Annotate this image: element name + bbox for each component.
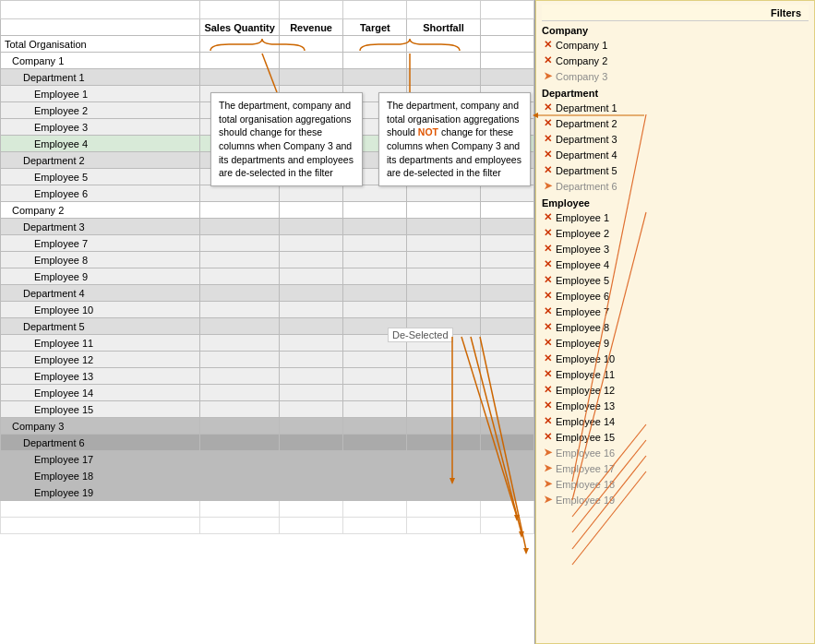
row-label: Company 1 — [1, 53, 200, 69]
remove-dept-2-icon[interactable]: ✕ — [544, 117, 552, 129]
remove-dept-4-icon[interactable]: ✕ — [544, 149, 552, 161]
remove-emp-4-icon[interactable]: ✕ — [544, 258, 552, 270]
filter-emp-13[interactable]: ✕ Employee 13 — [542, 398, 809, 413]
table-row: Employee 19 — [1, 484, 534, 501]
filter-company-1[interactable]: ✕ Company 1 — [542, 37, 809, 53]
row-label: Department 2 — [1, 152, 200, 169]
remove-company-1-icon[interactable]: ✕ — [544, 39, 552, 51]
row-label: Employee 2 — [1, 102, 200, 119]
remove-emp-3-icon[interactable]: ✕ — [544, 243, 552, 255]
emp-8-label: Employee 8 — [556, 322, 609, 333]
row-label: Department 3 — [1, 219, 200, 235]
company-filter-label: Company — [542, 25, 809, 36]
filter-emp-18[interactable]: ➤ Employee 18 — [542, 476, 809, 492]
remove-emp-19-icon[interactable]: ➤ — [544, 494, 552, 506]
remove-dept-3-icon[interactable]: ✕ — [544, 133, 552, 145]
filter-emp-10[interactable]: ✕ Employee 10 — [542, 351, 809, 366]
filter-emp-17[interactable]: ➤ Employee 17 — [542, 460, 809, 476]
filter-emp-16[interactable]: ➤ Employee 16 — [542, 445, 809, 460]
table-row: Employee 15 — [1, 401, 534, 418]
col-revenue-header: Revenue — [279, 19, 343, 36]
remove-company-3-icon[interactable]: ➤ — [544, 70, 552, 82]
row-label: Employee 5 — [1, 169, 200, 185]
filter-dept-4[interactable]: ✕ Department 4 — [542, 147, 809, 162]
filter-emp-7[interactable]: ✕ Employee 7 — [542, 304, 809, 319]
tooltip-right: The department, company and total organi… — [378, 92, 531, 186]
filter-dept-1[interactable]: ✕ Department 1 — [542, 100, 809, 115]
filter-company-3[interactable]: ➤ Company 3 — [542, 68, 809, 84]
row-label: Employee 13 — [1, 368, 200, 385]
filter-emp-5[interactable]: ✕ Employee 5 — [542, 272, 809, 288]
tooltip-right-not: NOT — [418, 126, 438, 137]
filter-emp-19[interactable]: ➤ Employee 19 — [542, 492, 809, 507]
emp-13-label: Employee 13 — [556, 400, 615, 411]
department-filter-label: Department — [542, 88, 809, 99]
remove-emp-9-icon[interactable]: ✕ — [544, 337, 552, 349]
remove-emp-1-icon[interactable]: ✕ — [544, 211, 552, 223]
filter-emp-12[interactable]: ✕ Employee 12 — [542, 382, 809, 398]
filter-dept-2[interactable]: ✕ Department 2 — [542, 115, 809, 131]
remove-emp-16-icon[interactable]: ➤ — [544, 447, 552, 459]
remove-emp-13-icon[interactable]: ✕ — [544, 400, 552, 411]
dept-5-label: Department 5 — [556, 165, 617, 176]
table-row: Employee 7 — [1, 235, 534, 252]
emp-1-label: Employee 1 — [556, 212, 609, 223]
remove-dept-6-icon[interactable]: ➤ — [544, 180, 552, 192]
table-row: Department 4 — [1, 285, 534, 302]
emp-14-label: Employee 14 — [556, 416, 615, 427]
table-row: Employee 10 — [1, 302, 534, 318]
remove-emp-8-icon[interactable]: ✕ — [544, 321, 552, 333]
remove-emp-18-icon[interactable]: ➤ — [544, 478, 552, 490]
table-row: Employee 13 — [1, 368, 534, 385]
remove-company-2-icon[interactable]: ✕ — [544, 54, 552, 66]
row-label: Employee 17 — [1, 451, 200, 468]
remove-dept-5-icon[interactable]: ✕ — [544, 164, 552, 176]
table-row: Employee 18 — [1, 468, 534, 484]
filter-emp-3[interactable]: ✕ Employee 3 — [542, 241, 809, 256]
filter-emp-6[interactable]: ✕ Employee 6 — [542, 288, 809, 304]
table-row: Company 2 — [1, 202, 534, 219]
dept-2-label: Department 2 — [556, 118, 617, 129]
table-row: Department 6 — [1, 435, 534, 451]
top-empty-row — [1, 1, 534, 19]
filter-emp-11[interactable]: ✕ Employee 11 — [542, 366, 809, 382]
remove-emp-2-icon[interactable]: ✕ — [544, 227, 552, 239]
dept-1-label: Department 1 — [556, 102, 617, 113]
filter-emp-4[interactable]: ✕ Employee 4 — [542, 256, 809, 272]
row-label: Employee 3 — [1, 119, 200, 136]
remove-emp-11-icon[interactable]: ✕ — [544, 368, 552, 380]
remove-emp-10-icon[interactable]: ✕ — [544, 352, 552, 364]
company-3-label: Company 3 — [556, 71, 607, 82]
filter-dept-5[interactable]: ✕ Department 5 — [542, 162, 809, 178]
emp-12-label: Employee 12 — [556, 385, 615, 396]
table-row: Department 5 — [1, 318, 534, 335]
remove-emp-14-icon[interactable]: ✕ — [544, 415, 552, 427]
remove-emp-6-icon[interactable]: ✕ — [544, 290, 552, 302]
remove-emp-12-icon[interactable]: ✕ — [544, 384, 552, 396]
table-row: Department 3 — [1, 219, 534, 235]
col-target-header: Target — [343, 19, 407, 36]
filter-dept-3[interactable]: ✕ Department 3 — [542, 131, 809, 147]
remove-emp-15-icon[interactable]: ✕ — [544, 431, 552, 443]
dept-3-label: Department 3 — [556, 134, 617, 145]
emp-5-label: Employee 5 — [556, 275, 609, 286]
filter-emp-14[interactable]: ✕ Employee 14 — [542, 413, 809, 429]
remove-emp-7-icon[interactable]: ✕ — [544, 305, 552, 317]
remove-dept-1-icon[interactable]: ✕ — [544, 101, 552, 113]
remove-emp-5-icon[interactable]: ✕ — [544, 274, 552, 286]
filter-company-2[interactable]: ✕ Company 2 — [542, 53, 809, 68]
emp-18-label: Employee 18 — [556, 479, 615, 490]
emp-16-label: Employee 16 — [556, 447, 615, 459]
filter-emp-2[interactable]: ✕ Employee 2 — [542, 225, 809, 241]
row-label: Employee 4 — [1, 136, 200, 152]
filter-dept-6[interactable]: ➤ Department 6 — [542, 178, 809, 194]
filter-emp-9[interactable]: ✕ Employee 9 — [542, 335, 809, 351]
remove-emp-17-icon[interactable]: ➤ — [544, 462, 552, 474]
filter-emp-8[interactable]: ✕ Employee 8 — [542, 319, 809, 335]
tooltip-left-text: The department, company and total organi… — [219, 100, 354, 178]
row-label: Employee 10 — [1, 302, 200, 318]
row-label: Employee 6 — [1, 185, 200, 202]
filter-emp-15[interactable]: ✕ Employee 15 — [542, 429, 809, 445]
table-row: Employee 11 — [1, 335, 534, 352]
filter-emp-1[interactable]: ✕ Employee 1 — [542, 209, 809, 225]
